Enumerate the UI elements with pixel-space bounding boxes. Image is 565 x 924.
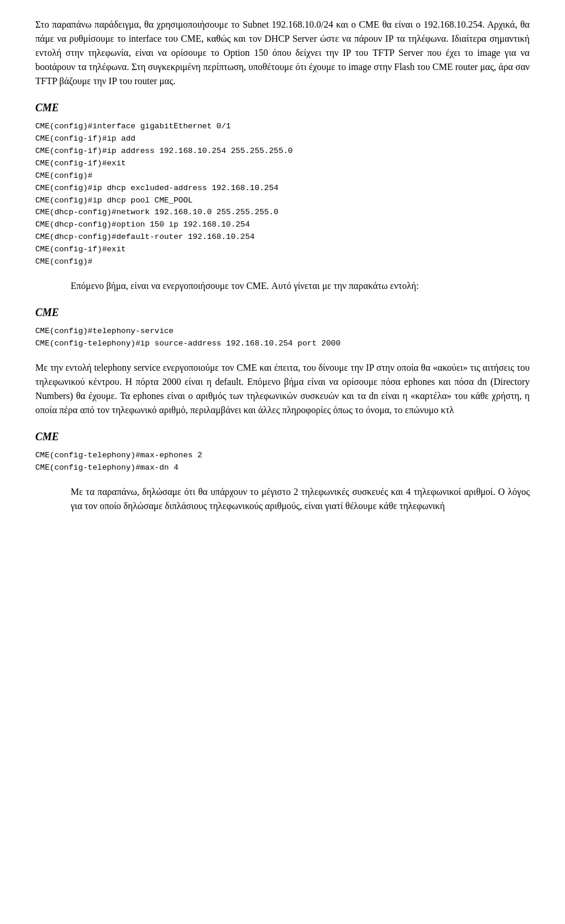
cme-label-3: CME [35, 429, 530, 445]
final-section: Με τα παραπάνω, δηλώσαμε ότι θα υπάρχουν… [35, 485, 530, 513]
intro-section: Στο παραπάνω παράδειγμα, θα χρησιμοποιήσ… [35, 18, 530, 88]
cme-section-3: CME CME(config-telephony)#max-ephones 2 … [35, 429, 530, 474]
cme-label-1: CME [35, 100, 530, 116]
middle-paragraph: Επόμενο βήμα, είναι να ενεργοποιήσουμε τ… [35, 279, 530, 293]
main-content: Στο παραπάνω παράδειγμα, θα χρησιμοποιήσ… [35, 18, 530, 513]
intro-paragraph: Στο παραπάνω παράδειγμα, θα χρησιμοποιήσ… [35, 18, 530, 88]
cme-section-1: CME CME(config)#interface gigabitEtherne… [35, 100, 530, 268]
code-block-2: CME(config)#telephony-service CME(config… [35, 325, 530, 350]
telephony-section: Με την εντολή telephony service ενεργοπο… [35, 361, 530, 417]
telephony-paragraph: Με την εντολή telephony service ενεργοπο… [35, 361, 530, 417]
final-paragraph: Με τα παραπάνω, δηλώσαμε ότι θα υπάρχουν… [35, 485, 530, 513]
code-block-3: CME(config-telephony)#max-ephones 2 CME(… [35, 450, 530, 474]
cme-section-2: CME CME(config)#telephony-service CME(co… [35, 305, 530, 350]
code-block-1: CME(config)#interface gigabitEthernet 0/… [35, 121, 530, 268]
cme-label-2: CME [35, 305, 530, 321]
middle-section: Επόμενο βήμα, είναι να ενεργοποιήσουμε τ… [35, 279, 530, 293]
